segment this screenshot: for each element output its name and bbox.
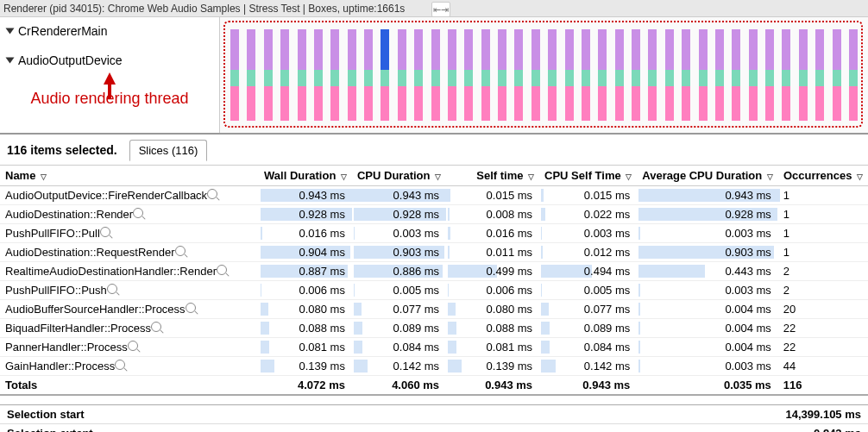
timeline-slice[interactable] (431, 29, 440, 121)
timeline-slice[interactable] (364, 29, 373, 121)
track-row[interactable]: AudioOutputDevice (0, 48, 219, 72)
totals-label: Totals (0, 376, 259, 396)
timeline-slice[interactable] (682, 29, 690, 121)
cell: 0.003 ms (637, 357, 778, 376)
cell: 44 (778, 357, 868, 376)
slice-link[interactable]: BiquadFilterHandler::Process (5, 322, 151, 335)
timeline-slice[interactable] (699, 29, 708, 121)
timeline-slice[interactable] (849, 29, 858, 121)
timeline-slice[interactable] (565, 29, 574, 121)
table-row: BiquadFilterHandler::Process0.088 ms0.08… (0, 319, 868, 338)
timeline-slice[interactable] (448, 29, 456, 121)
magnify-icon[interactable] (128, 341, 138, 351)
cell: 0.443 ms (637, 262, 778, 281)
timeline-slice[interactable] (632, 29, 640, 121)
timeline-slice[interactable] (648, 29, 657, 121)
timeline-slice[interactable] (280, 29, 289, 121)
cell: 0.011 ms (446, 243, 539, 262)
totals-row: Totals4.072 ms4.060 ms0.943 ms0.943 ms0.… (0, 376, 868, 396)
cell: 0.139 ms (259, 357, 352, 376)
cell: 0.003 ms (539, 224, 637, 243)
timeline-slice[interactable] (815, 29, 824, 121)
column-header[interactable]: Wall Duration ▽ (259, 166, 352, 186)
timeline-slice[interactable] (715, 29, 724, 121)
timeline-slice[interactable] (732, 29, 740, 121)
table-row: AudioOutputDevice::FireRenderCallback0.9… (0, 186, 868, 205)
cell: 0.084 ms (352, 338, 446, 357)
slice-link[interactable]: GainHandler::Process (5, 360, 115, 373)
timeline-slice[interactable] (481, 29, 490, 121)
cell: 0.142 ms (352, 357, 446, 376)
magnify-icon[interactable] (107, 284, 117, 294)
timeline-slice[interactable] (314, 29, 323, 121)
disclosure-triangle-icon[interactable] (6, 58, 15, 64)
table-body: AudioOutputDevice::FireRenderCallback0.9… (0, 186, 868, 396)
magnify-icon[interactable] (115, 360, 125, 370)
timeline-slice[interactable] (230, 29, 239, 121)
timeline-slice[interactable] (765, 29, 774, 121)
track-label-column: CrRendererMain AudioOutputDevice Audio r… (0, 17, 220, 133)
timeline-slice[interactable] (514, 29, 523, 121)
timeline-slice[interactable] (414, 29, 423, 121)
timeline-slice[interactable] (665, 29, 674, 121)
column-header[interactable]: Occurrences ▽ (778, 166, 868, 186)
timeline-slice[interactable] (498, 29, 506, 121)
cell: 0.943 ms (259, 186, 352, 205)
column-header[interactable]: Self time ▽ (446, 166, 539, 186)
timeline-slice[interactable] (464, 29, 473, 121)
cell: 0.008 ms (446, 205, 539, 224)
timeline-slice[interactable] (782, 29, 790, 121)
slice-link[interactable]: PushPullFIFO::Pull (5, 227, 100, 240)
timeline-slice[interactable] (833, 29, 841, 121)
column-header[interactable]: Average CPU Duration ▽ (637, 166, 778, 186)
cell: 0.088 ms (259, 319, 352, 338)
cell: 0.003 ms (637, 224, 778, 243)
track-row[interactable]: CrRendererMain (0, 17, 219, 48)
timeline-slice[interactable] (330, 29, 339, 121)
expand-icon[interactable]: ⇤⇥ (431, 2, 450, 17)
timeline-slice[interactable] (348, 29, 356, 121)
slice-link[interactable]: PushPullFIFO::Push (5, 284, 107, 297)
timeline-slice[interactable] (615, 29, 624, 121)
timeline-slice[interactable] (548, 29, 557, 121)
magnify-icon[interactable] (186, 303, 196, 313)
disclosure-triangle-icon[interactable] (6, 28, 15, 34)
table-row: GainHandler::Process0.139 ms0.142 ms0.13… (0, 357, 868, 376)
column-header[interactable]: CPU Self Time ▽ (539, 166, 637, 186)
timeline-slice[interactable] (799, 29, 808, 121)
magnify-icon[interactable] (133, 208, 143, 218)
magnify-icon[interactable] (175, 246, 186, 256)
slice-link[interactable]: AudioOutputDevice::FireRenderCallback (5, 189, 207, 202)
slice-link[interactable]: AudioDestination::RequestRender (5, 246, 175, 259)
magnify-icon[interactable] (207, 189, 217, 199)
timeline-slice[interactable] (398, 29, 406, 121)
slice-link[interactable]: AudioBufferSourceHandler::Process (5, 303, 186, 316)
selection-count: 116 items selected. (7, 143, 117, 157)
timeline-slice[interactable] (298, 29, 306, 121)
column-header[interactable]: CPU Duration ▽ (352, 166, 446, 186)
cell-name: AudioDestination::RequestRender (0, 243, 259, 262)
timeline-slice[interactable] (749, 29, 758, 121)
table-row: PannerHandler::Process0.081 ms0.084 ms0.… (0, 338, 868, 357)
magnify-icon[interactable] (217, 265, 227, 275)
magnify-icon[interactable] (100, 227, 110, 237)
timeline-slice[interactable] (582, 29, 590, 121)
column-header[interactable]: Name ▽ (0, 166, 259, 186)
slice-link[interactable]: PannerHandler::Process (5, 341, 128, 354)
magnify-icon[interactable] (151, 322, 161, 332)
cell: 22 (778, 319, 868, 338)
timeline-slice[interactable] (264, 29, 273, 121)
selection-start-label: Selection start (7, 408, 85, 421)
slice-link[interactable]: RealtimeAudioDestinationHandler::Render (5, 265, 217, 278)
tab-slices[interactable]: Slices (116) (129, 140, 208, 161)
cell: 0.015 ms (539, 186, 637, 205)
timeline-slice[interactable] (598, 29, 607, 121)
timeline-slice[interactable] (381, 29, 389, 121)
cell: 0.499 ms (446, 262, 539, 281)
timeline-slice[interactable] (531, 29, 540, 121)
timeline-slice[interactable] (247, 29, 255, 121)
slice-link[interactable]: AudioDestination::Render (5, 208, 133, 221)
timeline-area[interactable] (220, 17, 868, 133)
cell: 0.022 ms (539, 205, 637, 224)
cell: 0.089 ms (352, 319, 446, 338)
